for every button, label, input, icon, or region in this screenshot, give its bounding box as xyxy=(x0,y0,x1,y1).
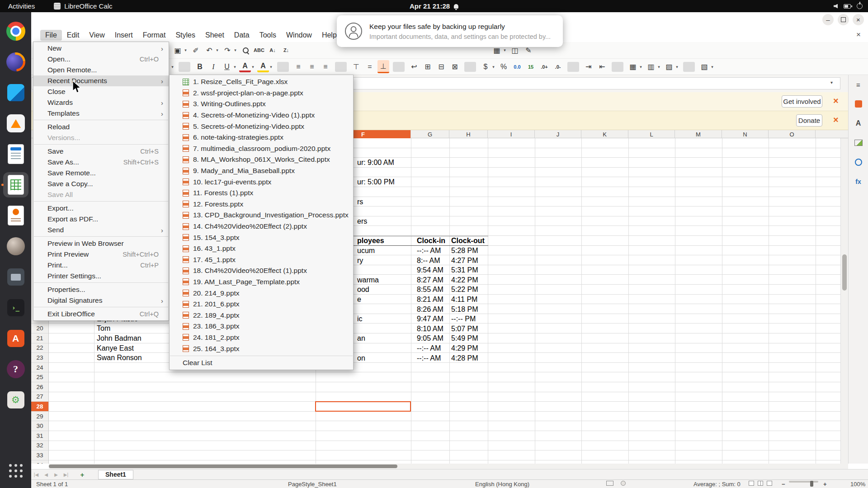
close-document-icon[interactable]: × xyxy=(856,30,861,39)
view-book-icon[interactable] xyxy=(767,481,772,486)
font-size-dropdown-icon[interactable]: ▾ xyxy=(170,61,175,73)
toolbar-separator[interactable] xyxy=(335,62,347,72)
underline-dropdown-icon[interactable]: ▾ xyxy=(232,61,237,73)
selection-summary[interactable]: Average: ; Sum: 0 xyxy=(693,481,741,488)
row-header[interactable]: 32 xyxy=(31,441,48,451)
vscode-icon[interactable] xyxy=(3,80,28,105)
view-multi-page-icon[interactable] xyxy=(758,481,763,486)
increase-indent-icon[interactable]: ⇥ xyxy=(583,61,594,73)
paste-dropdown-icon[interactable]: ▾ xyxy=(183,44,188,56)
row-header[interactable]: 34 xyxy=(31,460,48,464)
menu-file[interactable]: File xyxy=(40,30,62,41)
horizontal-scrollbar-thumb[interactable] xyxy=(49,465,397,468)
menu-item-print[interactable]: Print... Ctrl+P xyxy=(33,260,169,271)
toolbar-separator[interactable] xyxy=(277,62,289,72)
settings-tool-icon[interactable] xyxy=(3,387,28,413)
backup-notification[interactable]: Keep your files safe by backing up regul… xyxy=(337,15,563,47)
spell-check-icon[interactable]: ABC xyxy=(253,44,265,56)
recent-document-item[interactable]: 25. 164_3.pptx xyxy=(170,343,353,354)
sidebar-settings-icon[interactable]: ≡ xyxy=(853,79,864,90)
menu-item-save-as[interactable]: Save As... Shift+Ctrl+S xyxy=(33,157,169,168)
menu-item-new[interactable]: New › xyxy=(33,43,169,54)
recent-document-item[interactable]: 8. MLA_Workshop_061X_Works_Cited.pptx xyxy=(170,154,353,165)
styles-icon[interactable]: A xyxy=(853,117,864,129)
undo-icon[interactable]: ↶ xyxy=(203,44,215,56)
col-header-o[interactable]: O xyxy=(769,130,816,138)
menu-styles[interactable]: Styles xyxy=(170,30,200,41)
menu-insert[interactable]: Insert xyxy=(110,30,138,41)
undo-dropdown-icon[interactable]: ▾ xyxy=(215,44,220,56)
menu-item-save[interactable]: Save Ctrl+S xyxy=(33,146,169,157)
impress-icon[interactable] xyxy=(3,203,28,228)
software-store-icon[interactable] xyxy=(3,326,28,351)
row-header[interactable]: 28 xyxy=(31,402,48,412)
highlight-color-icon[interactable]: A xyxy=(257,61,269,72)
border-color-icon[interactable]: ▨ xyxy=(663,61,675,73)
menu-edit[interactable]: Edit xyxy=(62,30,85,41)
decrease-indent-icon[interactable]: ⇤ xyxy=(596,61,608,73)
terminal-icon[interactable] xyxy=(3,295,28,320)
align-center-icon[interactable]: ≡ xyxy=(306,61,318,73)
menu-window[interactable]: Window xyxy=(281,30,317,41)
redo-icon[interactable]: ↷ xyxy=(222,44,233,56)
clear-list-item[interactable]: Clear List xyxy=(170,357,353,369)
borders-icon[interactable]: ▦ xyxy=(627,61,639,73)
get-involved-button[interactable]: Get involved xyxy=(782,95,822,108)
add-decimal-icon[interactable]: .0+ xyxy=(538,61,550,73)
Kanye East[interactable]: 22 xyxy=(31,343,48,353)
menu-data[interactable]: Data xyxy=(229,30,255,41)
number-format-icon[interactable]: 0.0 xyxy=(511,61,523,73)
date-format-icon[interactable]: 15 xyxy=(525,61,537,73)
sheet-tab[interactable]: Sheet1 xyxy=(98,470,133,479)
menu-item-open[interactable]: Open... Ctrl+O xyxy=(33,54,169,65)
menu-item-send[interactable]: Send › xyxy=(33,225,169,235)
files-icon[interactable] xyxy=(3,264,28,290)
recent-document-item[interactable]: 14. Ch4%20Video%20Effect (2).pptx xyxy=(170,221,353,232)
row-header[interactable]: 30 xyxy=(31,421,48,431)
menu-item-save-a-copy[interactable]: Save a Copy... xyxy=(33,178,169,189)
find-replace-icon[interactable] xyxy=(240,44,251,56)
align-top-icon[interactable]: ⊤ xyxy=(350,61,362,73)
recent-document-item[interactable]: 2. wssf-project-plan-on-a-page.pptx xyxy=(170,88,353,99)
col-header-g[interactable]: G xyxy=(411,130,449,138)
recent-document-item[interactable]: 18. Ch4%20Video%20Effect (1).pptx xyxy=(170,265,353,277)
percent-format-icon[interactable]: % xyxy=(498,61,509,73)
unmerge-cells-icon[interactable]: ⊠ xyxy=(449,61,461,73)
menu-item-print-preview[interactable]: Print Preview Shift+Ctrl+O xyxy=(33,249,169,260)
recent-document-item[interactable]: 13. CPD_Background_Investigation_Process… xyxy=(170,210,353,221)
zoom-slider[interactable] xyxy=(789,481,818,483)
horizontal-scrollbar[interactable] xyxy=(49,464,848,469)
col-header-n[interactable]: N xyxy=(722,130,769,138)
wrap-text-icon[interactable]: ↩ xyxy=(408,61,420,73)
recent-document-item[interactable]: 7. multimedia_classroom_podium-2020.pptx xyxy=(170,143,353,155)
row-header[interactable]: 25 xyxy=(31,372,48,382)
gallery-icon[interactable] xyxy=(853,137,864,149)
align-left-icon[interactable]: ≡ xyxy=(292,61,304,73)
menu-item-templates[interactable]: Templates › xyxy=(33,108,169,119)
recent-document-item[interactable]: 19. AM_Last_Page_Template.pptx xyxy=(170,277,353,288)
menu-item-save-remote[interactable]: Save Remote... xyxy=(33,168,169,178)
row-header[interactable]: 33 xyxy=(31,450,48,460)
bold-icon[interactable]: B xyxy=(194,61,206,73)
zoom-level[interactable]: 100% xyxy=(850,481,865,488)
chrome-icon[interactable] xyxy=(3,19,28,44)
currency-format-icon[interactable]: $ xyxy=(480,61,491,73)
border-style-icon[interactable]: ▥ xyxy=(645,61,657,73)
previous-sheet-icon[interactable]: ◀ xyxy=(41,472,51,477)
functions-icon[interactable]: fx xyxy=(853,176,864,188)
infobar-close-icon[interactable]: × xyxy=(833,115,839,125)
recent-document-item[interactable]: 9. Mady_and_Mia_Baseball.pptx xyxy=(170,165,353,177)
menu-item-wizards[interactable]: Wizards › xyxy=(33,97,169,108)
paste-icon[interactable]: ▣ xyxy=(172,44,184,56)
signature-status-icon[interactable] xyxy=(621,481,626,486)
toolbar-separator[interactable] xyxy=(612,62,623,72)
delete-decimal-icon[interactable]: .0- xyxy=(552,61,564,73)
recent-document-item[interactable]: 21. 201_6.pptx xyxy=(170,299,353,310)
John Badman[interactable]: 21 xyxy=(31,333,48,343)
writer-icon[interactable] xyxy=(3,141,28,167)
italic-icon[interactable]: I xyxy=(208,61,219,73)
recent-document-item[interactable]: 1. Resize_Cells_Fit_Page.xlsx xyxy=(170,76,353,88)
add-sheet-icon[interactable]: + xyxy=(77,471,87,479)
menu-item-preview-web[interactable]: Preview in Web Browser xyxy=(33,238,169,249)
Tom[interactable]: 20 xyxy=(31,324,48,333)
